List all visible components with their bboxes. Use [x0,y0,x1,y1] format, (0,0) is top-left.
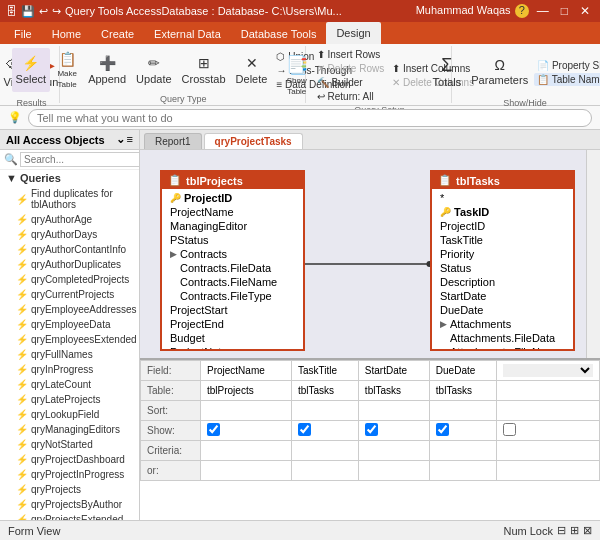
grid-sort-4[interactable] [429,401,496,421]
field-row-PStatus[interactable]: PStatus [162,233,303,247]
sidebar-options[interactable]: ≡ [127,133,133,146]
sidebar-item-qryProjectsByAuthor[interactable]: ⚡qryProjectsByAuthor [0,497,139,512]
sidebar-item-qryInProgress[interactable]: ⚡qryInProgress [0,362,139,377]
field-row-ContractsFileData[interactable]: Contracts.FileData [162,261,303,275]
sidebar-search-input[interactable] [20,152,140,167]
sidebar-item-qryEmployeeData[interactable]: ⚡qryEmployeeData [0,317,139,332]
sidebar-item-qryAuthorContantInfo[interactable]: ⚡qryAuthorContantInfo [0,242,139,257]
grid-or-3[interactable] [358,461,429,481]
field-row-ContractsFileType[interactable]: Contracts.FileType [162,289,303,303]
show-checkbox-2[interactable] [298,423,311,436]
close-button[interactable]: ✕ [576,4,594,18]
table-box-header-tblTasks[interactable]: 📋 tblTasks [432,172,573,189]
sidebar-item-qryFullNames[interactable]: ⚡qryFullNames [0,347,139,362]
show-checkbox-4[interactable] [436,423,449,436]
field-row-Budget[interactable]: Budget [162,331,303,345]
field-row-ProjectEnd[interactable]: ProjectEnd [162,317,303,331]
return-button[interactable]: ↩ Return: All [314,90,387,103]
grid-or-2[interactable] [291,461,358,481]
field-row-ProjectName[interactable]: ProjectName [162,205,303,219]
grid-field-4[interactable]: DueDate [429,361,496,381]
sidebar-item-qryProjectDashboard[interactable]: ⚡qryProjectDashboard [0,452,139,467]
show-checkbox-1[interactable] [207,423,220,436]
sidebar-chevron[interactable]: ⌄ [116,133,125,146]
grid-field-5-select[interactable] [503,364,593,377]
grid-area[interactable]: Field: ProjectName TaskTitle StartDate D… [140,360,600,520]
help-button[interactable]: ? [515,4,529,18]
sidebar-item-qryLateCount[interactable]: ⚡qryLateCount [0,377,139,392]
show-checkbox-5[interactable] [503,423,516,436]
maximize-button[interactable]: □ [557,4,572,18]
grid-field-2[interactable]: TaskTitle [291,361,358,381]
property-sheet-button[interactable]: 📄 Property Sheet [534,59,600,72]
quick-access-undo[interactable]: ↩ [39,5,48,18]
show-table-button[interactable]: 📑 Show Table [282,52,312,100]
select-button[interactable]: ⚡ Select [12,48,51,92]
append-button[interactable]: ➕ Append [84,48,130,92]
table-box-header-tblProjects[interactable]: 📋 tblProjects [162,172,303,189]
sidebar-item-qryEmployeesExtended[interactable]: ⚡qryEmployeesExtended [0,332,139,347]
tab-external-data[interactable]: External Data [144,24,231,44]
grid-show-1[interactable] [201,421,292,441]
sidebar-item-qryNotStarted[interactable]: ⚡qryNotStarted [0,437,139,452]
grid-field-5[interactable] [497,361,600,381]
totals-button[interactable]: Σ Totals [429,48,466,96]
field-section-Attachments[interactable]: ▶ Attachments [432,317,573,331]
tab-file[interactable]: File [4,24,42,44]
field-row-Description[interactable]: Description [432,275,573,289]
field-row-Status[interactable]: Status [432,261,573,275]
grid-criteria-5[interactable] [497,441,600,461]
grid-field-1[interactable]: ProjectName [201,361,292,381]
grid-criteria-3[interactable] [358,441,429,461]
sidebar-item-qryCurrentProjects[interactable]: ⚡qryCurrentProjects [0,287,139,302]
field-section-Contracts[interactable]: ▶ Contracts [162,247,303,261]
field-row-ContractsFileName[interactable]: Contracts.FileName [162,275,303,289]
grid-table-1[interactable]: tblProjects [201,381,292,401]
crosstab-button[interactable]: ⊞ Crosstab [178,48,230,92]
tell-me-input[interactable] [28,109,592,127]
view-icon-1[interactable]: ⊟ [557,524,566,537]
tables-vertical-scrollbar[interactable] [586,150,600,358]
grid-table-4[interactable]: tblTasks [429,381,496,401]
sidebar-item-qryAuthorDuplicates[interactable]: ⚡qryAuthorDuplicates [0,257,139,272]
grid-criteria-1[interactable] [201,441,292,461]
sidebar-item-qryCompletedProjects[interactable]: ⚡qryCompletedProjects [0,272,139,287]
tab-design[interactable]: Design [326,22,380,44]
sidebar-item-qryProjects[interactable]: ⚡qryProjects [0,482,139,497]
make-table-button[interactable]: 📋 Make Table [52,48,82,92]
grid-show-2[interactable] [291,421,358,441]
field-row-ManagingEditor[interactable]: ManagingEditor [162,219,303,233]
field-row-TaskTitle[interactable]: TaskTitle [432,233,573,247]
grid-show-4[interactable] [429,421,496,441]
sidebar-item-qryLateProjects[interactable]: ⚡qryLateProjects [0,392,139,407]
tab-create[interactable]: Create [91,24,144,44]
grid-or-5[interactable] [497,461,600,481]
tab-home[interactable]: Home [42,24,91,44]
field-row-tasks-ProjectID[interactable]: ProjectID [432,219,573,233]
grid-criteria-2[interactable] [291,441,358,461]
grid-table-3[interactable]: tblTasks [358,381,429,401]
table-names-button[interactable]: 📋 Table Names [534,73,600,86]
sidebar-item-qryAuthorAge[interactable]: ⚡qryAuthorAge [0,212,139,227]
field-row-tasks-star[interactable]: * [432,191,573,205]
grid-sort-2[interactable] [291,401,358,421]
grid-or-4[interactable] [429,461,496,481]
tab-report1[interactable]: Report1 [144,133,202,149]
builder-button[interactable]: 🔨 Builder [314,76,387,89]
quick-access-save[interactable]: 💾 [21,5,35,18]
grid-table-2[interactable]: tblTasks [291,381,358,401]
grid-show-3[interactable] [358,421,429,441]
field-row-DueDate[interactable]: DueDate [432,303,573,317]
field-row-StartDate[interactable]: StartDate [432,289,573,303]
delete-rows-button[interactable]: ✕ Delete Rows [314,62,387,75]
tab-qryProjectTasks[interactable]: qryProjectTasks [204,133,303,149]
field-row-ProjectNotes[interactable]: ProjectNotes [162,345,303,349]
grid-field-3[interactable]: StartDate [358,361,429,381]
grid-show-5[interactable] [497,421,600,441]
tab-database-tools[interactable]: Database Tools [231,24,327,44]
update-button[interactable]: ✏ Update [132,48,175,92]
sidebar-item-find-duplicates[interactable]: ⚡Find duplicates for tblAuthors [0,186,139,212]
sidebar-item-qryAuthorDays[interactable]: ⚡qryAuthorDays [0,227,139,242]
insert-rows-button[interactable]: ⬆ Insert Rows [314,48,387,61]
sidebar-item-qryProjectsExtended[interactable]: ⚡qryProjectsExtended [0,512,139,520]
